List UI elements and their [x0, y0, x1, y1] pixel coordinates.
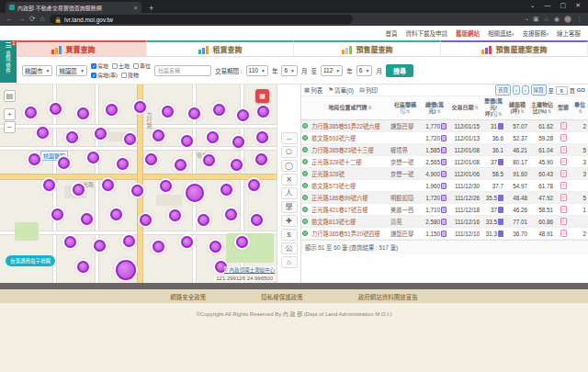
community-name[interactable]: 權境界: [390, 144, 421, 156]
unit-price-icon[interactable]: [498, 123, 503, 130]
address-link[interactable]: 正光路328號十二樓: [311, 156, 390, 168]
checkbox-房地[interactable]: ✓房地: [91, 62, 108, 70]
extension-icon[interactable]: ◔: [525, 17, 528, 23]
price-detail-icon[interactable]: [441, 219, 447, 225]
prev-page-button[interactable]: ‹: [513, 85, 520, 95]
map-canvas[interactable]: 力行路 正光路 慈文路 桃園醫院 ▤ + − ▦ 台灣通用電子地圖 121.29…: [0, 85, 277, 283]
price-marker[interactable]: [209, 241, 221, 253]
price-marker[interactable]: [232, 136, 244, 148]
print-button[interactable]: ▤列印: [359, 85, 378, 95]
building-type-icon[interactable]: [560, 134, 567, 141]
map-pin-icon[interactable]: [302, 195, 308, 200]
column-header-社區簡稱[interactable]: 社區簡稱ⓘ: [390, 96, 421, 120]
price-marker[interactable]: [94, 240, 106, 252]
community-name[interactable]: 謙翫巴黎: [390, 228, 421, 240]
community-name[interactable]: 明鏡如隱: [390, 192, 421, 204]
community-name[interactable]: 京懋一號: [390, 168, 421, 180]
from-year-select[interactable]: 110▼: [246, 65, 268, 76]
price-marker[interactable]: [95, 128, 107, 140]
building-type-icon[interactable]: [560, 194, 567, 201]
price-detail-icon[interactable]: [441, 135, 447, 141]
price-marker[interactable]: [220, 184, 232, 196]
government-poi-icon[interactable]: 公: [281, 242, 298, 254]
unit-price-icon[interactable]: [498, 219, 503, 225]
address-link[interactable]: 慈文路813號七樓: [311, 216, 390, 228]
building-type-icon[interactable]: [560, 158, 567, 165]
price-marker[interactable]: [145, 153, 157, 165]
table-row[interactable]: 力行路385巷51弄20號四樓謙翫巴黎1,150111/12/1031.336.…: [301, 228, 588, 240]
column-header-地段位置或門牌[interactable]: 地段位置或門牌: [311, 96, 390, 120]
price-marker[interactable]: [81, 213, 93, 225]
price-detail-icon[interactable]: [441, 147, 447, 153]
tab-租賃查詢[interactable]: 租賃查詢: [147, 40, 294, 56]
price-detail-icon[interactable]: [441, 207, 447, 213]
district-select[interactable]: 桃園區▼: [56, 65, 86, 76]
measure-distance-icon[interactable]: ↔: [281, 132, 298, 144]
column-header-車位[interactable]: 車位: [571, 96, 588, 120]
unit-price-icon[interactable]: [498, 195, 503, 201]
tab-預售屋建案查詢[interactable]: 預售屋建案查詢: [441, 40, 588, 56]
address-link[interactable]: 慈文路573號七樓: [311, 180, 390, 192]
price-marker[interactable]: [43, 179, 55, 191]
price-detail-icon[interactable]: [441, 171, 447, 177]
building-type-icon[interactable]: [560, 146, 567, 153]
list-view-button[interactable]: ▦列表: [304, 85, 322, 95]
price-marker[interactable]: [256, 131, 268, 143]
extension-icons[interactable]: ◔ ▣ ☆ ◉ ⋮: [525, 16, 582, 23]
home-poi-icon[interactable]: ⌂: [281, 256, 298, 268]
building-type-icon[interactable]: [560, 218, 567, 225]
measure-area-icon[interactable]: ⬠: [281, 146, 298, 158]
price-marker[interactable]: [162, 106, 174, 118]
price-marker[interactable]: [87, 152, 99, 163]
table-row[interactable]: 正光路186巷99號六樓明鏡如隱1,720111/12/2635.548.484…: [301, 192, 588, 204]
nav-link-資料下載及申請[interactable]: 資料下載及申請: [405, 28, 447, 38]
checkbox-車位[interactable]: 車位: [133, 62, 151, 70]
price-marker[interactable]: [64, 236, 76, 248]
table-row[interactable]: 力行路385巷23號十三樓權境界1,585112/01/0836.146.216…: [301, 144, 588, 156]
column-header-總面積(坪)[interactable]: 總面積(坪): [505, 96, 529, 120]
price-layer-button[interactable]: ▦: [255, 89, 269, 103]
price-detail-icon[interactable]: [441, 159, 447, 165]
first-page-button[interactable]: 首頁: [495, 85, 511, 96]
price-marker[interactable]: [175, 159, 187, 171]
clear-drawing-icon[interactable]: ✕: [281, 174, 298, 186]
profile-avatar[interactable]: [564, 16, 571, 23]
map-pin-icon[interactable]: [302, 159, 308, 164]
map-pin-icon[interactable]: [302, 171, 308, 176]
address-link[interactable]: 正光路328號: [311, 168, 390, 180]
search-button[interactable]: 搜尋: [386, 64, 413, 77]
saved-list-button[interactable]: ⚑清單(0): [328, 85, 354, 95]
column-header-總價(萬元)[interactable]: 總價(萬元): [421, 96, 448, 120]
table-row[interactable]: 正光路328號十二樓京懋一號2,565112/01/083780.1745.90…: [301, 156, 588, 168]
table-row[interactable]: 正光路328號京懋一號4,900112/01/0658.591.6060.433: [301, 168, 588, 180]
address-link[interactable]: 慈文路593號六樓: [311, 132, 390, 144]
price-marker[interactable]: [58, 157, 70, 169]
price-detail-icon[interactable]: [441, 123, 447, 130]
building-type-icon[interactable]: [560, 182, 567, 189]
to-month-select[interactable]: 6▼: [356, 65, 373, 76]
zoom-out-button[interactable]: −: [4, 121, 16, 133]
price-marker[interactable]: [110, 209, 122, 220]
nav-link-首頁[interactable]: 首頁: [385, 28, 397, 38]
column-header-交易日期[interactable]: 交易日期: [448, 96, 481, 120]
price-marker[interactable]: [37, 127, 49, 139]
community-name[interactable]: 清苑: [390, 216, 421, 228]
map-attribution[interactable]: © 內政部國土測繪中心: [224, 266, 275, 274]
address-link[interactable]: 力行路385巷51弄20號四樓: [311, 228, 390, 240]
unit-price-icon[interactable]: [498, 231, 503, 237]
map-pin-icon[interactable]: [302, 147, 308, 152]
building-type-icon[interactable]: [560, 230, 567, 237]
address-link[interactable]: 正光路421巷17號五樓: [311, 204, 390, 216]
price-detail-icon[interactable]: [441, 195, 447, 201]
tab-預售屋查詢[interactable]: 預售屋查詢: [294, 40, 441, 56]
basemap-button[interactable]: 台灣通用電子地圖: [6, 255, 55, 266]
unit-price-icon[interactable]: [498, 207, 503, 213]
price-marker[interactable]: [257, 106, 269, 118]
table-row[interactable]: 慈文路813號七樓清苑2,580111/12/1633.577.0160.86: [301, 216, 588, 228]
footer-link-隱私權保護政策[interactable]: 隱私權保護政策: [261, 292, 303, 301]
map-pin-icon[interactable]: [302, 183, 308, 188]
price-marker[interactable]: [102, 179, 114, 191]
chrome-menu-icon[interactable]: ⋮: [576, 16, 582, 23]
price-marker[interactable]: [124, 133, 136, 145]
checkbox-建物[interactable]: 建物: [121, 71, 139, 79]
